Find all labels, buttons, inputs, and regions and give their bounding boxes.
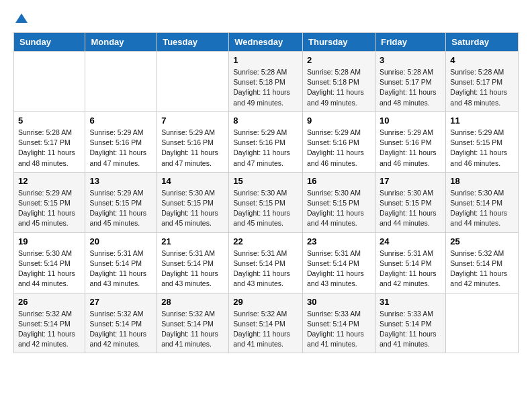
day-info: Sunrise: 5:29 AMSunset: 5:15 PMDaylight:…: [18, 188, 81, 229]
day-number: 17: [380, 176, 441, 186]
day-number: 21: [161, 236, 224, 246]
day-cell: 13Sunrise: 5:29 AMSunset: 5:15 PMDayligh…: [85, 172, 157, 232]
day-info: Sunrise: 5:30 AMSunset: 5:15 PMDaylight:…: [233, 188, 298, 229]
day-number: 27: [89, 297, 152, 307]
day-cell: 31Sunrise: 5:33 AMSunset: 5:14 PMDayligh…: [375, 293, 445, 353]
day-info: Sunrise: 5:31 AMSunset: 5:14 PMDaylight:…: [89, 248, 152, 289]
day-cell: 9Sunrise: 5:29 AMSunset: 5:16 PMDaylight…: [303, 111, 375, 172]
day-cell: 25Sunrise: 5:32 AMSunset: 5:14 PMDayligh…: [446, 232, 519, 293]
header-cell-monday: Monday: [85, 33, 157, 52]
day-info: Sunrise: 5:32 AMSunset: 5:14 PMDaylight:…: [89, 309, 152, 350]
day-info: Sunrise: 5:30 AMSunset: 5:15 PMDaylight:…: [380, 188, 441, 229]
day-number: 26: [18, 297, 81, 307]
week-row: 26Sunrise: 5:32 AMSunset: 5:14 PMDayligh…: [14, 293, 519, 353]
logo: [13, 13, 28, 21]
day-cell: 7Sunrise: 5:29 AMSunset: 5:16 PMDaylight…: [157, 111, 229, 172]
day-info: Sunrise: 5:29 AMSunset: 5:16 PMDaylight:…: [89, 128, 152, 169]
day-number: 3: [380, 55, 441, 65]
day-number: 9: [307, 116, 371, 126]
day-number: 8: [233, 116, 298, 126]
day-cell: [446, 293, 519, 353]
calendar-table: SundayMondayTuesdayWednesdayThursdayFrid…: [13, 32, 519, 353]
day-cell: 20Sunrise: 5:31 AMSunset: 5:14 PMDayligh…: [85, 232, 157, 293]
day-info: Sunrise: 5:33 AMSunset: 5:14 PMDaylight:…: [380, 309, 441, 350]
day-cell: 18Sunrise: 5:30 AMSunset: 5:14 PMDayligh…: [446, 172, 519, 232]
day-number: 14: [161, 176, 224, 186]
day-info: Sunrise: 5:28 AMSunset: 5:18 PMDaylight:…: [307, 67, 371, 108]
day-number: 11: [450, 116, 514, 126]
header-cell-sunday: Sunday: [14, 33, 85, 52]
header-cell-tuesday: Tuesday: [157, 33, 229, 52]
day-cell: 28Sunrise: 5:32 AMSunset: 5:14 PMDayligh…: [157, 293, 229, 353]
day-number: 13: [89, 176, 152, 186]
day-info: Sunrise: 5:31 AMSunset: 5:14 PMDaylight:…: [161, 248, 224, 289]
day-cell: 3Sunrise: 5:28 AMSunset: 5:17 PMDaylight…: [375, 52, 445, 112]
day-cell: 23Sunrise: 5:31 AMSunset: 5:14 PMDayligh…: [303, 232, 375, 293]
day-cell: 19Sunrise: 5:30 AMSunset: 5:14 PMDayligh…: [14, 232, 85, 293]
day-number: 24: [380, 236, 441, 246]
day-info: Sunrise: 5:30 AMSunset: 5:15 PMDaylight:…: [307, 188, 371, 229]
day-number: 18: [450, 176, 514, 186]
day-cell: 8Sunrise: 5:29 AMSunset: 5:16 PMDaylight…: [229, 111, 303, 172]
day-number: 20: [89, 236, 152, 246]
week-row: 19Sunrise: 5:30 AMSunset: 5:14 PMDayligh…: [14, 232, 519, 293]
day-info: Sunrise: 5:32 AMSunset: 5:14 PMDaylight:…: [18, 309, 81, 350]
day-cell: 27Sunrise: 5:32 AMSunset: 5:14 PMDayligh…: [85, 293, 157, 353]
day-cell: 15Sunrise: 5:30 AMSunset: 5:15 PMDayligh…: [229, 172, 303, 232]
day-cell: 5Sunrise: 5:28 AMSunset: 5:17 PMDaylight…: [14, 111, 85, 172]
day-number: 2: [307, 55, 371, 65]
day-cell: 14Sunrise: 5:30 AMSunset: 5:15 PMDayligh…: [157, 172, 229, 232]
day-info: Sunrise: 5:29 AMSunset: 5:16 PMDaylight:…: [161, 128, 224, 169]
header-cell-thursday: Thursday: [303, 33, 375, 52]
day-cell: 26Sunrise: 5:32 AMSunset: 5:14 PMDayligh…: [14, 293, 85, 353]
day-info: Sunrise: 5:30 AMSunset: 5:15 PMDaylight:…: [161, 188, 224, 229]
day-cell: 11Sunrise: 5:29 AMSunset: 5:15 PMDayligh…: [446, 111, 519, 172]
logo-triangle-icon: [15, 13, 28, 23]
logo-line1: [13, 13, 28, 24]
day-cell: 12Sunrise: 5:29 AMSunset: 5:15 PMDayligh…: [14, 172, 85, 232]
day-number: 7: [161, 116, 224, 126]
day-cell: 2Sunrise: 5:28 AMSunset: 5:18 PMDaylight…: [303, 52, 375, 112]
day-info: Sunrise: 5:29 AMSunset: 5:16 PMDaylight:…: [233, 128, 298, 169]
day-cell: 1Sunrise: 5:28 AMSunset: 5:18 PMDaylight…: [229, 52, 303, 112]
day-info: Sunrise: 5:32 AMSunset: 5:14 PMDaylight:…: [233, 309, 298, 350]
day-info: Sunrise: 5:33 AMSunset: 5:14 PMDaylight:…: [307, 309, 371, 350]
day-number: 30: [307, 297, 371, 307]
header-cell-friday: Friday: [375, 33, 445, 52]
day-cell: 22Sunrise: 5:31 AMSunset: 5:14 PMDayligh…: [229, 232, 303, 293]
day-number: 31: [380, 297, 441, 307]
header-cell-saturday: Saturday: [446, 33, 519, 52]
day-cell: [14, 52, 85, 112]
day-number: 15: [233, 176, 298, 186]
day-number: 19: [18, 236, 81, 246]
day-info: Sunrise: 5:29 AMSunset: 5:15 PMDaylight:…: [89, 188, 152, 229]
header-cell-wednesday: Wednesday: [229, 33, 303, 52]
day-info: Sunrise: 5:31 AMSunset: 5:14 PMDaylight:…: [380, 248, 441, 289]
day-info: Sunrise: 5:31 AMSunset: 5:14 PMDaylight:…: [307, 248, 371, 289]
week-row: 5Sunrise: 5:28 AMSunset: 5:17 PMDaylight…: [14, 111, 519, 172]
day-cell: 6Sunrise: 5:29 AMSunset: 5:16 PMDaylight…: [85, 111, 157, 172]
day-number: 5: [18, 116, 81, 126]
day-number: 29: [233, 297, 298, 307]
day-cell: 17Sunrise: 5:30 AMSunset: 5:15 PMDayligh…: [375, 172, 445, 232]
day-info: Sunrise: 5:28 AMSunset: 5:17 PMDaylight:…: [380, 67, 441, 108]
day-cell: 30Sunrise: 5:33 AMSunset: 5:14 PMDayligh…: [303, 293, 375, 353]
page-header: [13, 13, 519, 21]
day-number: 16: [307, 176, 371, 186]
day-info: Sunrise: 5:30 AMSunset: 5:14 PMDaylight:…: [450, 188, 514, 229]
day-info: Sunrise: 5:32 AMSunset: 5:14 PMDaylight:…: [161, 309, 224, 350]
day-cell: 29Sunrise: 5:32 AMSunset: 5:14 PMDayligh…: [229, 293, 303, 353]
day-cell: 4Sunrise: 5:28 AMSunset: 5:17 PMDaylight…: [446, 52, 519, 112]
day-info: Sunrise: 5:31 AMSunset: 5:14 PMDaylight:…: [233, 248, 298, 289]
day-info: Sunrise: 5:29 AMSunset: 5:15 PMDaylight:…: [450, 128, 514, 169]
day-number: 23: [307, 236, 371, 246]
day-cell: 10Sunrise: 5:29 AMSunset: 5:16 PMDayligh…: [375, 111, 445, 172]
day-info: Sunrise: 5:32 AMSunset: 5:14 PMDaylight:…: [450, 248, 514, 289]
day-cell: [157, 52, 229, 112]
day-cell: 24Sunrise: 5:31 AMSunset: 5:14 PMDayligh…: [375, 232, 445, 293]
day-number: 25: [450, 236, 514, 246]
day-number: 28: [161, 297, 224, 307]
day-info: Sunrise: 5:28 AMSunset: 5:17 PMDaylight:…: [18, 128, 81, 169]
week-row: 1Sunrise: 5:28 AMSunset: 5:18 PMDaylight…: [14, 52, 519, 112]
day-number: 22: [233, 236, 298, 246]
